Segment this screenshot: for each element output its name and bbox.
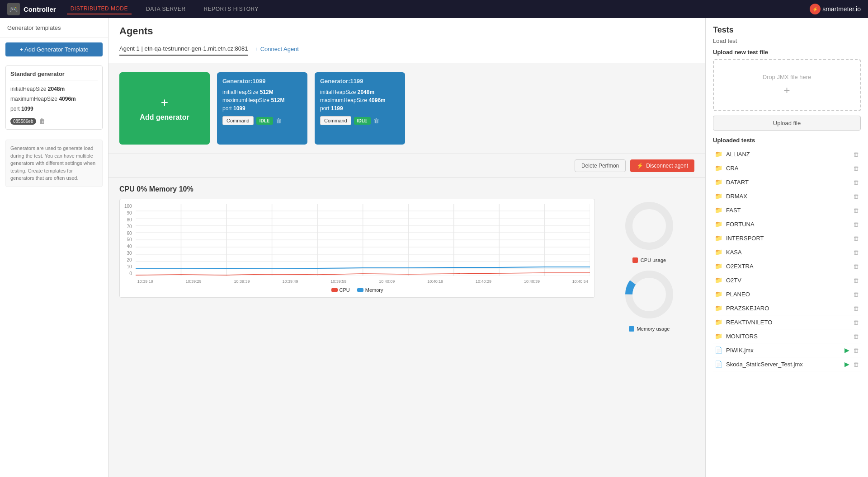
delete-test-icon[interactable]: 🗑 <box>853 235 859 242</box>
delete-test-icon[interactable]: 🗑 <box>853 319 859 326</box>
upload-file-button[interactable]: Upload file <box>713 116 861 131</box>
donut-cpu-dot <box>632 257 638 263</box>
test-item-actions: 🗑 <box>853 305 859 312</box>
delete-test-icon[interactable]: 🗑 <box>853 277 859 284</box>
delete-test-icon[interactable]: 🗑 <box>853 347 859 354</box>
test-list-item: 📁INTERSPORT🗑 <box>713 231 861 245</box>
test-item-name: PRAZSKEJARO <box>726 305 769 312</box>
test-item-actions: 🗑 <box>853 151 859 158</box>
delete-test-icon[interactable]: 🗑 <box>853 361 859 368</box>
delete-test-icon[interactable]: 🗑 <box>853 291 859 298</box>
gen-1099-delete-button[interactable]: 🗑 <box>276 117 282 124</box>
test-item-left: 📁CRA <box>715 164 738 172</box>
legend-cpu-label: CPU <box>340 287 350 293</box>
delete-perfmon-button[interactable]: Delete Perfmon <box>575 159 626 172</box>
folder-icon: 📁 <box>715 276 722 284</box>
connect-agent-button[interactable]: + Connect Agent <box>255 46 299 52</box>
nav-data-server[interactable]: DATA SERVER <box>142 4 189 14</box>
test-item-name: MONITORS <box>726 333 758 340</box>
delete-test-icon[interactable]: 🗑 <box>853 249 859 256</box>
delete-test-icon[interactable]: 🗑 <box>853 333 859 340</box>
run-test-icon[interactable]: ▶ <box>844 346 849 354</box>
gen-1199-delete-button[interactable]: 🗑 <box>373 117 379 124</box>
load-test-label: Load test <box>713 37 861 44</box>
test-item-left: 📁FAST <box>715 206 741 214</box>
agent-tab-1[interactable]: Agent 1 | etn-qa-testrunner-gen-1.mit.et… <box>119 42 248 56</box>
legend-memory: Memory <box>357 287 383 293</box>
metrics-row: 100 90 80 70 60 50 40 30 20 10 0 <box>119 199 694 332</box>
test-item-left: 📁INTERSPORT <box>715 234 764 242</box>
svg-point-21 <box>629 206 670 246</box>
generator-card-1099: Generator:1099 initialHeapSize 512M maxi… <box>217 72 307 145</box>
delete-test-icon[interactable]: 🗑 <box>853 165 859 172</box>
drop-zone-plus-icon: + <box>727 84 846 97</box>
nav-reports-history[interactable]: REPORTS HISTORY <box>200 4 263 14</box>
test-item-name: CRA <box>726 165 738 172</box>
test-item-left: 📄PIWIK.jmx <box>715 346 754 354</box>
legend-cpu-dot <box>331 288 338 292</box>
chart-y-labels: 100 90 80 70 60 50 40 30 20 10 0 <box>124 204 132 276</box>
run-test-icon[interactable]: ▶ <box>844 360 849 368</box>
uploaded-tests-title: Uploaded tests <box>713 137 861 144</box>
cpu-value: 0% <box>137 185 147 193</box>
delete-test-icon[interactable]: 🗑 <box>853 151 859 158</box>
delete-test-icon[interactable]: 🗑 <box>853 221 859 228</box>
add-generator-template-button[interactable]: + Add Generator Template <box>5 42 103 56</box>
memory-value: 10% <box>179 185 193 193</box>
test-item-actions: 🗑 <box>853 165 859 172</box>
test-list-item: 📁PLANEO🗑 <box>713 287 861 301</box>
gen-1199-command-button[interactable]: Command <box>320 116 351 125</box>
generators-area: + Add generator Generator:1099 initialHe… <box>108 63 705 154</box>
test-item-name: O2EXTRA <box>726 263 754 270</box>
prop-value: 4096m <box>59 96 75 102</box>
test-item-left: 📁KASA <box>715 248 742 256</box>
test-item-actions: 🗑 <box>853 221 859 228</box>
folder-icon: 📁 <box>715 164 722 172</box>
upload-section-title: Upload new test file <box>713 49 861 56</box>
brand-name: Controller <box>24 5 56 13</box>
disconnect-label: Disconnect agent <box>646 163 688 169</box>
test-item-actions: ▶🗑 <box>844 346 859 354</box>
test-item-left: 📁REAKTIVNILETO <box>715 318 772 326</box>
test-item-left: 📁PRAZSKEJARO <box>715 304 769 312</box>
logo-text: smartmeter.io <box>822 5 861 13</box>
nav-distributed-mode[interactable]: DISTRIBUTED MODE <box>67 4 132 14</box>
donut-container: CPU usage Memory usage <box>604 199 694 332</box>
gen-1099-status-badge: IDLE <box>256 117 273 125</box>
test-item-name: FAST <box>726 207 741 214</box>
delete-standard-gen-button[interactable]: 🗑 <box>39 117 45 125</box>
delete-test-icon[interactable]: 🗑 <box>853 305 859 312</box>
delete-test-icon[interactable]: 🗑 <box>853 207 859 214</box>
drop-zone[interactable]: Drop JMX file here + <box>713 59 861 111</box>
test-item-name: O2TV <box>726 277 741 284</box>
donut-cpu-label: CPU usage <box>641 257 666 263</box>
test-item-actions: 🗑 <box>853 277 859 284</box>
delete-test-icon[interactable]: 🗑 <box>853 179 859 186</box>
gen-1199-title: Generator:1199 <box>320 78 400 84</box>
chart-wrapper: 100 90 80 70 60 50 40 30 20 10 0 <box>124 204 590 284</box>
test-list: 📁ALLIANZ🗑📁CRA🗑📁DATART🗑📁DRMAX🗑📁FAST🗑📁FORT… <box>713 147 861 371</box>
disconnect-agent-button[interactable]: ⚡ Disconnect agent <box>630 159 694 172</box>
test-item-name: PIWIK.jmx <box>726 347 754 354</box>
delete-test-icon[interactable]: 🗑 <box>853 193 859 200</box>
test-item-actions: 🗑 <box>853 333 859 340</box>
smartmeter-logo: ⚡ smartmeter.io <box>810 4 861 14</box>
gen-hash: 085586eb <box>10 118 36 125</box>
gen-1099-actions: Command IDLE 🗑 <box>222 116 302 125</box>
delete-test-icon[interactable]: 🗑 <box>853 263 859 270</box>
sidebar: Generator templates + Add Generator Temp… <box>0 18 108 477</box>
test-item-actions: 🗑 <box>853 263 859 270</box>
metrics-header: CPU 0% Memory 10% <box>119 185 694 193</box>
test-item-left: 📁ALLIANZ <box>715 150 750 158</box>
gen-1099-command-button[interactable]: Command <box>222 116 254 125</box>
test-list-item: 📁CRA🗑 <box>713 161 861 175</box>
add-generator-card[interactable]: + Add generator <box>119 72 210 145</box>
sidebar-header: Generator templates <box>0 18 108 38</box>
test-item-actions: 🗑 <box>853 291 859 298</box>
donut-mem-label: Memory usage <box>637 326 670 332</box>
gen-1199-initial-heap: initialHeapSize 2048m <box>320 89 400 95</box>
test-item-name: DATART <box>726 179 749 186</box>
line-chart-svg <box>136 204 590 276</box>
drop-zone-text: Drop JMX file here <box>763 74 811 80</box>
folder-icon: 📁 <box>715 304 722 312</box>
